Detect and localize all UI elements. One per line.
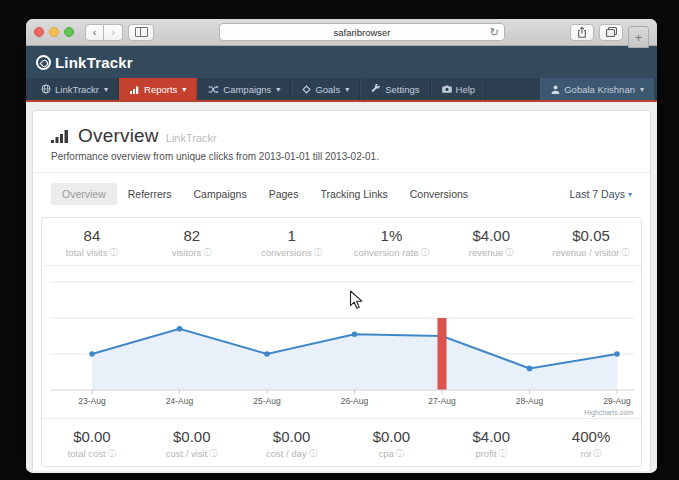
info-icon[interactable]: ⓘ	[505, 248, 514, 257]
info-icon[interactable]: ⓘ	[621, 248, 630, 257]
data-point-29-Aug[interactable]	[614, 351, 620, 357]
data-point-26-Aug[interactable]	[352, 331, 358, 337]
diamond-icon	[302, 85, 311, 94]
data-point-23-Aug[interactable]	[89, 351, 95, 357]
nav-item-label: Reports	[144, 84, 177, 95]
back-button[interactable]: ‹	[85, 24, 104, 41]
x-axis-label: 27-Aug	[428, 396, 456, 406]
stat-value: $4.00	[441, 428, 541, 445]
nav-item-label: Campaigns	[223, 84, 271, 95]
stat-value: 82	[142, 227, 242, 244]
stat-label: roiⓘ	[541, 448, 641, 459]
tabs-icon	[605, 26, 618, 38]
info-icon[interactable]: ⓘ	[108, 449, 117, 458]
tab-referrers[interactable]: Referrers	[117, 183, 183, 205]
share-button[interactable]	[570, 24, 594, 41]
stat-label: cpaⓘ	[341, 448, 441, 459]
page-title-suffix: LinkTrackr	[166, 132, 217, 144]
stat-roi: 400%roiⓘ	[541, 428, 641, 459]
nav-item-linktrackr[interactable]: LinkTrackr▾	[30, 78, 119, 100]
reload-icon[interactable]: ↻	[490, 26, 499, 39]
history-nav: ‹ ›	[85, 24, 123, 41]
data-point-28-Aug[interactable]	[527, 366, 533, 372]
forward-button[interactable]: ›	[104, 24, 123, 41]
stats-row-bottom: $0.00total costⓘ$0.00cost / visitⓘ$0.00c…	[42, 419, 641, 466]
chevron-down-icon: ▾	[182, 85, 186, 94]
linktrackr-logo[interactable]: LinkTrackr	[36, 54, 133, 71]
clicks-chart[interactable]: 23-Aug24-Aug25-Aug26-Aug27-Aug28-Aug29-A…	[42, 266, 641, 418]
stat-label: conversion rateⓘ	[341, 247, 441, 258]
back-icon: ‹	[93, 27, 97, 38]
chart-svg: 23-Aug24-Aug25-Aug26-Aug27-Aug28-Aug29-A…	[42, 266, 641, 418]
info-icon[interactable]: ⓘ	[499, 449, 508, 458]
data-point-24-Aug[interactable]	[177, 326, 183, 332]
bar-chart-icon	[51, 129, 71, 144]
user-name: Gobala Krishnan	[564, 84, 635, 95]
content-panel: Overview LinkTrackr Performance overview…	[32, 110, 651, 471]
nav-item-reports[interactable]: Reports▾	[119, 78, 197, 100]
stat-label: revenueⓘ	[441, 247, 541, 258]
share-icon	[576, 26, 588, 39]
minimize-window-button[interactable]	[49, 27, 59, 37]
chevron-down-icon: ▾	[104, 85, 108, 94]
stat-value: $4.00	[441, 227, 541, 244]
highlight-column-27-Aug[interactable]	[438, 318, 447, 390]
tab-tracking-links[interactable]: Tracking Links	[309, 183, 398, 205]
stat-label: conversionsⓘ	[242, 247, 342, 258]
close-window-button[interactable]	[34, 27, 44, 37]
info-icon[interactable]: ⓘ	[593, 449, 602, 458]
stat-value: $0.05	[541, 227, 641, 244]
globe-icon	[41, 84, 51, 94]
date-range-dropdown[interactable]: Last 7 Days ▾	[570, 188, 632, 200]
stat-visitors: 82visitorsⓘ	[142, 227, 242, 258]
browser-window: ‹ › safaribrowser ↻ +	[26, 19, 657, 473]
nav-item-goals[interactable]: Goals▾	[291, 78, 360, 100]
shuffle-icon	[208, 85, 219, 94]
info-icon[interactable]: ⓘ	[110, 248, 119, 257]
info-icon[interactable]: ⓘ	[396, 449, 405, 458]
stat-value: 84	[42, 227, 142, 244]
chevron-down-icon: ▾	[628, 190, 632, 199]
nav-item-help[interactable]: Help	[431, 78, 487, 100]
linktrackr-logo-icon	[36, 55, 51, 70]
stat-label: cost / dayⓘ	[242, 448, 342, 459]
tab-overview[interactable]: Overview	[51, 183, 117, 205]
new-tab-button[interactable]: +	[628, 26, 649, 48]
main-nav: LinkTrackr▾Reports▾Campaigns▾Goals▾Setti…	[26, 78, 657, 102]
stat-total-visits: 84total visitsⓘ	[42, 227, 142, 258]
sidebar-button[interactable]	[128, 24, 154, 41]
user-menu[interactable]: Gobala Krishnan▾	[540, 78, 655, 100]
nav-item-label: LinkTrackr	[55, 84, 99, 95]
tab-conversions[interactable]: Conversions	[399, 183, 479, 205]
x-axis-label: 28-Aug	[516, 396, 544, 406]
tab-pages[interactable]: Pages	[258, 183, 310, 205]
chart-credit[interactable]: Highcharts.com	[584, 409, 633, 416]
stat-value: $0.00	[142, 428, 242, 445]
tab-overview-button[interactable]	[599, 24, 623, 41]
forward-icon: ›	[111, 27, 115, 38]
plus-icon: +	[635, 30, 643, 45]
page-title: Overview	[78, 125, 159, 147]
zoom-window-button[interactable]	[64, 27, 74, 37]
info-icon[interactable]: ⓘ	[309, 449, 318, 458]
nav-item-settings[interactable]: Settings	[360, 78, 430, 100]
info-icon[interactable]: ⓘ	[203, 248, 212, 257]
stat-label: visitorsⓘ	[142, 247, 242, 258]
stat-revenue: $4.00revenueⓘ	[441, 227, 541, 258]
stat-cpa: $0.00cpaⓘ	[341, 428, 441, 459]
page-subtitle: Performance overview from unique clicks …	[51, 151, 632, 162]
stat-value: 1%	[341, 227, 441, 244]
address-bar[interactable]: safaribrowser ↻	[219, 23, 505, 41]
bar-chart-icon	[130, 85, 140, 94]
info-icon[interactable]: ⓘ	[421, 248, 430, 257]
stat-profit: $4.00profitⓘ	[441, 428, 541, 459]
info-icon[interactable]: ⓘ	[209, 449, 218, 458]
site-header: LinkTrackr	[26, 46, 657, 78]
data-point-25-Aug[interactable]	[264, 351, 270, 357]
stat-value: 1	[242, 227, 342, 244]
info-icon[interactable]: ⓘ	[314, 248, 323, 257]
tab-campaigns[interactable]: Campaigns	[183, 183, 258, 205]
stat-value: 400%	[541, 428, 641, 445]
nav-item-campaigns[interactable]: Campaigns▾	[197, 78, 291, 100]
browser-toolbar: ‹ › safaribrowser ↻ +	[26, 19, 657, 46]
